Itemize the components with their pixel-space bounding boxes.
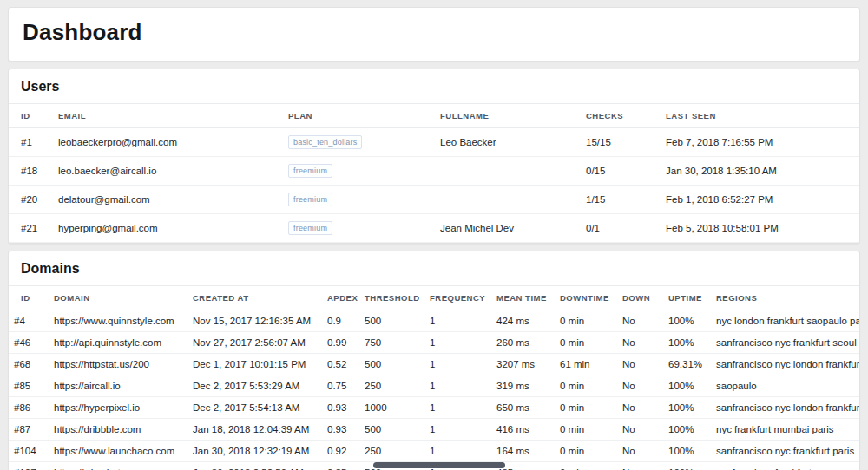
table-cell: sanfrancisco nyc london frankfurt mumbai [711, 354, 859, 375]
table-cell: 250 [359, 375, 424, 397]
table-cell: 1 [424, 441, 491, 462]
table-cell: leo.baecker@aircall.io [53, 157, 283, 186]
table-cell: https://www.quinnstyle.com [49, 310, 187, 332]
table-cell: https://dribbble.com [49, 419, 187, 441]
users-section-card: Users IDEMAILPLANFULLNAMECHECKSLAST SEEN… [8, 69, 860, 244]
column-header-downtime: DOWNTIME [555, 286, 617, 310]
table-cell: Feb 7, 2018 7:16:55 PM [661, 128, 859, 157]
table-cell: 0 min [555, 310, 617, 332]
table-cell: leobaeckerpro@gmail.com [53, 128, 283, 157]
table-row: #1leobaeckerpro@gmail.combasic_ten_dolla… [9, 128, 859, 157]
table-cell: 164 ms [491, 441, 555, 462]
column-header-regions: REGIONS [711, 286, 859, 310]
table-cell: freemium [283, 214, 435, 243]
table-cell: 650 ms [491, 397, 555, 419]
domains-section-title: Domains [9, 261, 859, 277]
table-cell: Nov 27, 2017 2:56:07 AM [187, 332, 322, 354]
table-cell: 500 [359, 310, 424, 332]
table-cell: #20 [9, 186, 53, 214]
table-row: #68https://httpstat.us/200Dec 1, 2017 10… [9, 354, 859, 375]
table-cell: #21 [9, 214, 53, 243]
table-cell: 0 min [555, 462, 617, 470]
table-cell: No [617, 419, 663, 441]
table-cell: delatour@gmail.com [53, 186, 283, 214]
table-cell: Dec 2, 2017 5:54:13 AM [187, 397, 322, 419]
table-cell: 1 [424, 419, 491, 441]
table-cell: Leo Baecker [435, 128, 581, 157]
table-cell: 100% [663, 375, 711, 397]
table-cell: #107 [9, 462, 49, 470]
table-cell: 1 [424, 332, 491, 354]
column-header-id: ID [9, 286, 49, 310]
table-cell: 0/1 [581, 214, 661, 243]
table-row: #21hyperping@gmail.comfreemiumJean Miche… [9, 214, 859, 243]
table-cell: 0.9 [322, 310, 359, 332]
table-cell: 100% [663, 332, 711, 354]
table-cell: Jean Michel Dev [435, 214, 581, 243]
table-cell: 100% [663, 419, 711, 441]
horizontal-scrollbar-thumb[interactable] [373, 462, 505, 468]
table-cell: 15/15 [581, 128, 661, 157]
plan-badge: freemium [288, 221, 332, 235]
table-cell: 0/15 [581, 157, 661, 186]
table-cell: 100% [663, 462, 711, 470]
column-header-domain: DOMAIN [49, 286, 187, 310]
table-cell: #104 [9, 441, 49, 462]
table-cell: Nov 15, 2017 12:16:35 AM [187, 310, 322, 332]
table-cell: No [617, 310, 663, 332]
table-cell: Jan 30, 2018 1:35:10 AM [661, 157, 859, 186]
page-title: Dashboard [23, 19, 845, 46]
table-cell: basic_ten_dollars [283, 128, 435, 157]
table-row: #85https://aircall.ioDec 2, 2017 5:53:29… [9, 375, 859, 397]
column-header-last-seen: LAST SEEN [661, 104, 859, 128]
table-cell: Dec 2, 2017 5:53:29 AM [187, 375, 322, 397]
table-cell: Jan 30, 2018 2:52:59 AM [187, 462, 322, 470]
table-cell: 0 min [555, 419, 617, 441]
table-cell: 0.99 [322, 332, 359, 354]
table-cell: 0.93 [322, 419, 359, 441]
table-cell: No [617, 375, 663, 397]
table-cell: 1 [424, 354, 491, 375]
table-row: #104https://www.launchaco.comJan 30, 201… [9, 441, 859, 462]
table-cell: sanfrancisco nyc frankfurt seoul mumbai [711, 332, 859, 354]
dashboard-header-card: Dashboard [8, 7, 860, 62]
column-header-apdex: APDEX [322, 286, 359, 310]
table-cell: 0 min [555, 375, 617, 397]
table-cell: http://api.quinnstyle.com [49, 332, 187, 354]
table-cell: nyc london frankfurt saopaulo paris [711, 310, 859, 332]
table-cell: 250 [359, 441, 424, 462]
table-cell: sanfrancisco frankfurt nyc [711, 462, 859, 470]
column-header-id: ID [9, 104, 53, 128]
table-cell: #86 [9, 397, 49, 419]
table-cell: No [617, 441, 663, 462]
users-section-title: Users [9, 79, 859, 95]
table-cell: Jan 18, 2018 12:04:39 AM [187, 419, 322, 441]
domains-table-body: #4https://www.quinnstyle.comNov 15, 2017… [9, 310, 859, 470]
column-header-plan: PLAN [283, 104, 435, 128]
users-table: IDEMAILPLANFULLNAMECHECKSLAST SEEN #1leo… [9, 103, 859, 243]
domains-table: IDDOMAINCREATED ATAPDEXTHRESHOLDFREQUENC… [9, 285, 859, 470]
column-header-down: DOWN [617, 286, 663, 310]
table-cell: 61 min [555, 354, 617, 375]
table-cell: hyperping@gmail.com [53, 214, 283, 243]
table-cell [435, 186, 581, 214]
table-cell: #18 [9, 157, 53, 186]
table-cell: #87 [9, 419, 49, 441]
table-cell: 100% [663, 397, 711, 419]
table-cell: #1 [9, 128, 53, 157]
table-cell: 1/15 [581, 186, 661, 214]
table-cell: https://aircall.io [49, 375, 187, 397]
users-table-header-row: IDEMAILPLANFULLNAMECHECKSLAST SEEN [9, 104, 859, 128]
table-cell: Jan 30, 2018 12:32:19 AM [187, 441, 322, 462]
table-cell: 0.92 [322, 441, 359, 462]
table-cell: 0.93 [322, 397, 359, 419]
table-cell [435, 157, 581, 186]
column-header-frequency: FREQUENCY [424, 286, 491, 310]
table-cell: Feb 5, 2018 10:58:01 PM [661, 214, 859, 243]
table-cell: 0 min [555, 332, 617, 354]
table-cell: #46 [9, 332, 49, 354]
table-cell: sanfrancisco nyc frankfurt paris [711, 441, 859, 462]
table-cell: 69.31% [663, 354, 711, 375]
table-cell: #85 [9, 375, 49, 397]
table-cell: freemium [283, 157, 435, 186]
